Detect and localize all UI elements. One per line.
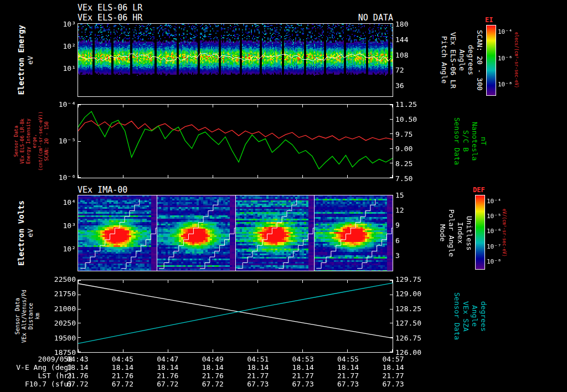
- row-value: 67.72: [112, 380, 133, 388]
- colorbar-tick-label: 10⁻⁸: [487, 257, 502, 266]
- y-tick-label: 10²: [43, 245, 76, 253]
- colorbar-tick-label: 10⁻⁷: [487, 243, 502, 251]
- row-value: 67.72: [66, 380, 88, 388]
- y-tick-label-right: 9: [395, 221, 400, 229]
- row-value: 21.77: [247, 372, 269, 380]
- y-tick-label-right: 12: [395, 206, 404, 214]
- y-tick-label-right: 127.50: [395, 319, 421, 327]
- y-tick-label-right: 7.50: [395, 174, 413, 183]
- y-tick-label: 10⁻⁵: [43, 137, 76, 145]
- row-value: 18.14: [66, 363, 88, 372]
- colorbar-tick-label: 10⁻⁵: [487, 212, 502, 220]
- y-tick-label: 10³: [43, 221, 76, 230]
- time-tick-label: 04:47: [157, 355, 178, 363]
- y-tick-label-right: 15: [395, 191, 404, 199]
- row-value: 18.14: [247, 363, 269, 372]
- axis-labels-layer: 10³10²10¹10⁻⁴10⁻⁵10⁻⁶10⁴10³10²2250021750…: [0, 0, 567, 392]
- colorbar-tick-label: 10⁻⁴: [498, 28, 513, 36]
- row-value: 67.72: [157, 380, 178, 388]
- time-tick-label: 04:49: [202, 355, 224, 363]
- y-tick-label: 10²: [43, 42, 76, 50]
- row-value: 67.72: [202, 380, 224, 388]
- y-tick-label-right: 9.75: [395, 130, 413, 138]
- row-value: 18.14: [157, 363, 178, 372]
- row-value: 21.77: [292, 372, 314, 380]
- y-tick-label-right: 126.75: [395, 334, 421, 342]
- date-label: 2009/058: [0, 355, 73, 363]
- time-tick-label: 04:57: [382, 355, 404, 363]
- row-value: 18.14: [112, 363, 133, 372]
- time-tick-label: 04:43: [66, 355, 88, 363]
- y-tick-label-right: 6: [395, 236, 400, 245]
- vex-orbit-data-display: VEx ELS-06 LR VEx ELS-06 HR NO DATA VEx …: [0, 0, 567, 392]
- time-tick-label: 04:51: [247, 355, 269, 363]
- colorbar-tick-label: 10⁻⁶: [487, 227, 502, 235]
- y-tick-label: 10⁻⁴: [43, 100, 76, 109]
- y-tick-label: 19500: [43, 334, 76, 342]
- row-value: 67.73: [382, 380, 404, 388]
- y-tick-label-right: 108: [395, 51, 408, 59]
- y-tick-label-right: 10.50: [395, 115, 417, 123]
- y-tick-label: 20250: [43, 319, 76, 327]
- y-tick-label-right: 8.25: [395, 159, 413, 168]
- y-tick-label-right: 129.75: [395, 275, 421, 283]
- time-tick-label: 04:53: [292, 355, 314, 363]
- y-tick-label-right: 3: [395, 251, 400, 260]
- colorbar-tick-label: 10⁻⁴: [487, 197, 502, 205]
- row-value: 18.14: [337, 363, 359, 372]
- y-tick-label-right: 180: [395, 20, 408, 28]
- colorbar-tick-label: 10⁻⁶: [498, 54, 513, 63]
- row-value: 18.14: [202, 363, 224, 372]
- row-value: 21.76: [112, 372, 133, 380]
- row-label: V-E Ang (deg): [0, 363, 73, 372]
- row-value: 21.76: [157, 372, 178, 380]
- y-tick-label-right: 129.00: [395, 290, 421, 298]
- row-value: 21.77: [382, 372, 404, 380]
- y-tick-label-right: 72: [395, 66, 404, 74]
- row-value: 18.14: [382, 363, 404, 372]
- colorbar-tick-label: 10⁻⁸: [498, 80, 513, 89]
- y-tick-label-right: 128.25: [395, 305, 421, 313]
- y-tick-label: 21000: [43, 305, 76, 313]
- y-tick-label: 10⁴: [43, 198, 76, 207]
- row-value: 67.73: [337, 380, 359, 388]
- y-tick-label: 21750: [43, 290, 76, 298]
- row-value: 21.76: [66, 372, 88, 380]
- time-tick-label: 04:45: [112, 355, 133, 363]
- row-value: 21.77: [337, 372, 359, 380]
- row-value: 18.14: [292, 363, 314, 372]
- y-tick-label: 10¹: [43, 64, 76, 73]
- y-tick-label-right: 9.00: [395, 145, 413, 153]
- y-tick-label: 22500: [43, 275, 76, 283]
- row-label: LST (hr): [0, 372, 73, 380]
- row-label: F10.7 (sfu): [0, 380, 73, 388]
- y-tick-label-right: 144: [395, 35, 408, 44]
- time-tick-label: 04:55: [337, 355, 359, 363]
- y-tick-label: 10³: [43, 20, 76, 28]
- row-value: 67.73: [292, 380, 314, 388]
- row-value: 67.73: [247, 380, 269, 388]
- row-value: 21.76: [202, 372, 224, 380]
- y-tick-label-right: 36: [395, 81, 404, 90]
- y-tick-label: 10⁻⁶: [43, 173, 76, 182]
- y-tick-label-right: 11.25: [395, 100, 417, 109]
